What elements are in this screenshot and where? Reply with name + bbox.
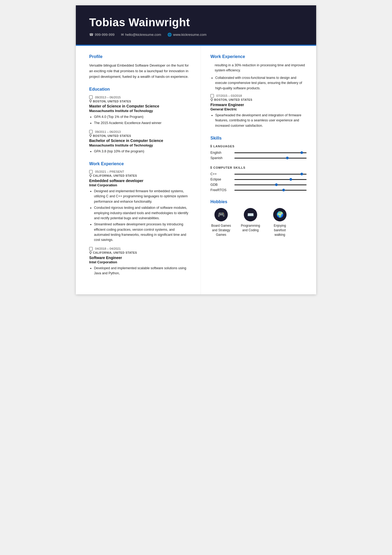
work-1-b3: Streamlined software development process… (94, 222, 191, 243)
ge-title: Firmware Engineer (210, 102, 307, 107)
profile-text: Versatile bilingual Embedded Software De… (89, 63, 191, 79)
skill-eclipse-name: Eclipse (210, 178, 232, 181)
skill-english-dot (300, 151, 303, 154)
work-right-bullet-1: Collaborated with cross-functional teams… (215, 75, 307, 91)
skill-english-name: English (210, 151, 232, 155)
work-1-dates: 05/2021 – PRESENT (89, 170, 191, 174)
skill-gdb-dot (275, 183, 278, 186)
edu-1-bullets: GPA 4.0 (Top 1% of the Program) The 2015… (94, 114, 191, 126)
edu-2-school: Massachusetts Institute of Technology (89, 143, 191, 147)
ge-dates: 07/2015 – 03/2018 (210, 94, 307, 98)
work-1-title: Embedded software developer (89, 178, 191, 183)
skill-eclipse-fill (234, 179, 292, 180)
work-2-title: Software Engineer (89, 255, 191, 260)
header-contact: ☎ 999-999-999 ✉ hello@kickresume.com 🌐 w… (89, 33, 303, 37)
skills-section: Skills ℹ LANGUAGES English (210, 136, 307, 192)
languages-subtitle: ℹ LANGUAGES (210, 144, 307, 148)
skill-cpp-fill (234, 174, 303, 175)
candidate-name: Tobias Wainwright (89, 16, 303, 29)
hobby-programming: ⌨️ Programming and Coding (240, 208, 261, 237)
cal-icon-w1 (89, 170, 93, 174)
location-icon-1 (89, 99, 92, 103)
info-icon-lang: ℹ (210, 144, 212, 148)
work-right-extra-bullets: Collaborated with cross-functional teams… (215, 75, 307, 91)
skill-eclipse-dot (289, 178, 292, 181)
cal-icon-2 (89, 130, 93, 133)
skill-gdb-bar (234, 184, 307, 185)
info-icon-comp: ℹ (210, 166, 212, 169)
work-continued-text: resulting in a 30% reduction in processi… (215, 63, 307, 73)
edu-2-bullet-1: GPA 3.8 (top 10% of the program) (94, 149, 191, 154)
phone-contact: ☎ 999-999-999 (89, 33, 115, 37)
hobbies-title: Hobbies (210, 199, 307, 204)
programming-icon: ⌨️ (244, 208, 257, 221)
skill-gdb-fill (234, 184, 278, 185)
location-icon-w2 (89, 251, 92, 255)
walking-label: Enjoying barefoot walking (269, 223, 291, 237)
work-entry-ge: 07/2015 – 03/2018 BOSTON, UNITED STATES … (210, 94, 307, 128)
work-1-company: Intel Corporation (89, 183, 191, 187)
skill-spanish-fill (234, 158, 289, 159)
edu-2-bullets: GPA 3.8 (top 10% of the program) (94, 149, 191, 154)
work-2-company: Intel Corporation (89, 260, 191, 264)
work-continued: resulting in a 30% reduction in processi… (210, 63, 307, 73)
skill-spanish-dot (286, 157, 289, 159)
skill-freertos-name: FreeRTOS (210, 188, 232, 192)
skill-english-bar (234, 152, 307, 153)
edu-1-bullet-1: GPA 4.0 (Top 1% of the Program) (94, 114, 191, 120)
resume-container: Tobias Wainwright ☎ 999-999-999 ✉ hello@… (76, 5, 316, 294)
skill-cpp: C++ (210, 172, 307, 176)
work-2-bullets: Developed and implemented scalable softw… (94, 266, 191, 276)
edu-1-dates: 09/2013 – 06/2015 (89, 95, 191, 99)
svg-point-6 (90, 251, 92, 253)
computer-skills: ℹ COMPUTER SKILLS C++ Eclipse (210, 166, 307, 192)
work-right-title: Work Experience (210, 54, 307, 59)
computer-subtitle: ℹ COMPUTER SKILLS (210, 166, 307, 169)
location-icon-ge (210, 98, 213, 102)
cal-icon-w2 (89, 247, 93, 250)
profile-section: Profile Versatile bilingual Embedded Sof… (89, 54, 191, 79)
svg-point-8 (211, 98, 213, 100)
work-experience-right-section: Work Experience resulting in a 30% reduc… (210, 54, 307, 128)
work-experience-left-section: Work Experience 05/2021 – PRESENT CALIFO… (89, 161, 191, 276)
work-entry-1: 05/2021 – PRESENT CALIFORNIA, UNITED STA… (89, 170, 191, 243)
edu-1-bullet-2: The 2015 Academic Excellence Award winne… (94, 121, 191, 126)
email-address: hello@kickresume.com (125, 33, 161, 37)
web-icon: 🌐 (167, 33, 172, 37)
edu-entry-1: 09/2013 – 06/2015 BOSTON, UNITED STATES … (89, 95, 191, 126)
cal-icon-1 (89, 95, 93, 99)
ge-bullets: Spearheaded the development and integrat… (215, 113, 307, 128)
skill-spanish-bar (234, 158, 307, 159)
location-icon-w1 (89, 174, 92, 178)
languages-skills: ℹ LANGUAGES English Spanish (210, 144, 307, 160)
skill-eclipse-bar (234, 179, 307, 180)
cal-icon-ge (210, 94, 214, 98)
hobbies-grid: 🎮 Board Games and Strategy Games ⌨️ Prog… (210, 208, 307, 237)
skill-gdb: GDB (210, 183, 307, 187)
hobby-walking: 🌍 Enjoying barefoot walking (269, 208, 291, 237)
edu-entry-2: 09/2011 – 06/2013 BOSTON, UNITED STATES … (89, 130, 191, 154)
svg-point-2 (90, 134, 92, 136)
website-url: www.kickresume.com (173, 33, 206, 37)
website-contact: 🌐 www.kickresume.com (167, 33, 206, 37)
phone-icon: ☎ (89, 33, 93, 37)
work-1-location: CALIFORNIA, UNITED STATES (89, 174, 191, 178)
edu-2-dates: 09/2011 – 06/2013 (89, 130, 191, 133)
skill-eclipse: Eclipse (210, 178, 307, 181)
work-1-b1: Designed and implemented firmware for em… (94, 189, 191, 204)
education-title: Education (89, 87, 191, 92)
work-2-location: CALIFORNIA, UNITED STATES (89, 251, 191, 255)
skill-english: English (210, 151, 307, 155)
hobby-board-games: 🎮 Board Games and Strategy Games (210, 208, 232, 237)
skill-cpp-bar (234, 174, 307, 175)
right-column: Work Experience resulting in a 30% reduc… (201, 46, 316, 294)
location-icon-2 (89, 134, 92, 137)
svg-point-4 (90, 174, 92, 176)
hobbies-section: Hobbies 🎮 Board Games and Strategy Games… (210, 199, 307, 237)
header-section: Tobias Wainwright ☎ 999-999-999 ✉ hello@… (76, 5, 316, 45)
board-games-label: Board Games and Strategy Games (210, 223, 232, 237)
work-left-title: Work Experience (89, 161, 191, 166)
edu-1-location: BOSTON, UNITED STATES (89, 99, 191, 103)
programming-label: Programming and Coding (240, 223, 261, 233)
ge-bullet-1: Spearheaded the development and integrat… (215, 113, 307, 128)
